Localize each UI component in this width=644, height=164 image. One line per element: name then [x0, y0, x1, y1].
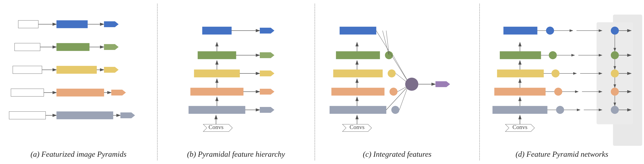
- svg-rect-5: [14, 43, 40, 51]
- svg-rect-103: [497, 70, 544, 77]
- svg-rect-55: [330, 106, 386, 114]
- svg-point-114: [549, 51, 557, 59]
- svg-point-100: [611, 88, 619, 96]
- svg-marker-9: [104, 44, 118, 50]
- svg-line-59: [399, 86, 408, 110]
- svg-marker-38: [260, 89, 274, 95]
- svg-point-105: [552, 69, 560, 77]
- svg-rect-20: [9, 112, 46, 119]
- section-a: (a) Featurized image Pyramids: [0, 0, 157, 164]
- svg-rect-72: [340, 27, 376, 34]
- svg-marker-34: [260, 107, 274, 113]
- svg-marker-14: [104, 67, 118, 73]
- svg-point-126: [611, 27, 619, 35]
- svg-rect-35: [190, 88, 243, 96]
- svg-rect-7: [56, 43, 90, 51]
- svg-point-66: [388, 69, 396, 77]
- svg-point-62: [390, 88, 398, 96]
- svg-rect-12: [56, 66, 97, 74]
- svg-text:Convs: Convs: [350, 124, 364, 130]
- svg-rect-39: [194, 70, 240, 77]
- svg-point-58: [391, 106, 399, 114]
- svg-rect-43: [198, 51, 236, 59]
- svg-rect-31: [189, 106, 245, 114]
- diagram-c: Convs: [315, 0, 479, 147]
- svg-marker-24: [120, 112, 135, 118]
- svg-rect-0: [18, 20, 38, 28]
- svg-marker-49: [260, 28, 274, 33]
- main-container: (a) Featurized image Pyramids Convs: [0, 0, 644, 164]
- svg-point-74: [405, 78, 418, 91]
- svg-rect-121: [504, 27, 537, 34]
- svg-marker-4: [104, 21, 118, 27]
- svg-rect-60: [332, 88, 384, 96]
- svg-marker-46: [260, 52, 274, 58]
- caption-b: (b) Pyramidal feature hierarchy: [187, 150, 285, 159]
- svg-point-109: [611, 69, 619, 77]
- svg-rect-94: [494, 88, 546, 96]
- svg-rect-2: [56, 20, 88, 28]
- svg-marker-76: [436, 81, 450, 87]
- svg-point-92: [611, 106, 619, 114]
- section-d: Convs: [480, 0, 644, 164]
- diagram-d: Convs: [480, 0, 644, 147]
- svg-rect-64: [333, 70, 382, 77]
- svg-point-70: [385, 51, 393, 59]
- svg-text:Convs: Convs: [208, 124, 224, 130]
- svg-rect-17: [56, 89, 104, 96]
- caption-a: (a) Featurized image Pyramids: [30, 150, 126, 159]
- svg-point-118: [611, 51, 619, 59]
- svg-rect-112: [500, 51, 541, 59]
- svg-point-88: [556, 106, 564, 114]
- section-b: Convs: [158, 0, 315, 164]
- svg-text:Convs: Convs: [512, 124, 528, 130]
- svg-marker-19: [111, 90, 126, 96]
- svg-rect-10: [13, 66, 42, 74]
- diagram-b: Convs: [158, 0, 315, 147]
- svg-point-122: [546, 27, 554, 35]
- svg-rect-15: [11, 89, 44, 96]
- svg-rect-68: [336, 51, 380, 59]
- svg-line-71: [393, 55, 409, 83]
- svg-rect-22: [56, 112, 113, 119]
- svg-marker-42: [260, 71, 274, 76]
- svg-point-96: [554, 88, 562, 96]
- caption-d: (d) Feature Pyramid networks: [516, 150, 608, 159]
- svg-rect-86: [492, 106, 547, 114]
- svg-line-57: [386, 84, 410, 110]
- caption-c: (c) Integrated features: [363, 150, 432, 159]
- diagram-a: [0, 0, 157, 147]
- svg-rect-47: [202, 27, 232, 34]
- section-c: Convs: [315, 0, 479, 164]
